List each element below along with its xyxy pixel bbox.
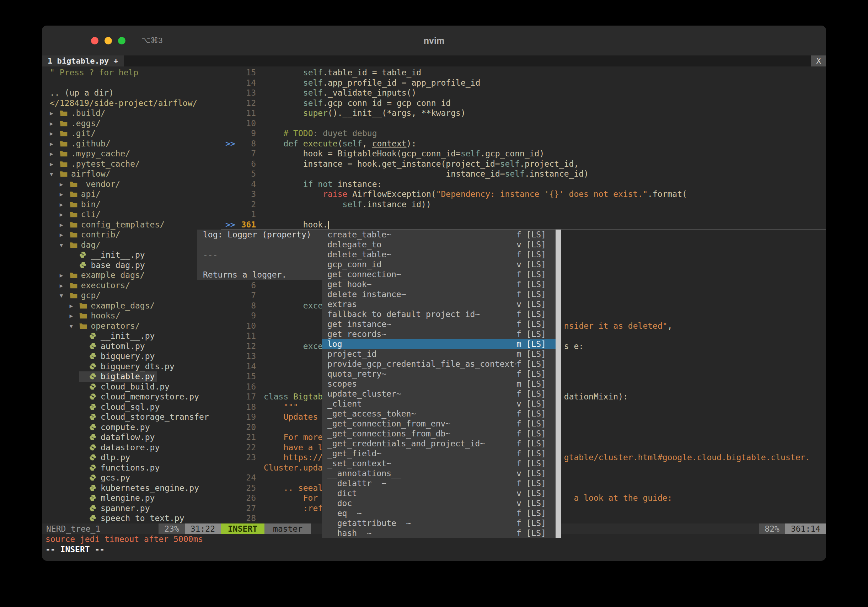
tree-file-speech_to_text.py[interactable]: speech_to_text.py bbox=[42, 513, 221, 523]
tree-dir-.pytest_cache/[interactable]: ▸.pytest_cache/ bbox=[42, 159, 221, 169]
completion-item-_get_connection_from_env~[interactable]: _get_connection_from_env~f [LS] bbox=[322, 419, 561, 429]
tree-dir-.github/[interactable]: ▸.github/ bbox=[42, 139, 221, 149]
completion-item-get_hook~[interactable]: get_hook~f [LS] bbox=[322, 279, 561, 289]
code-line-9[interactable]: 9 # TODO: duyet debug bbox=[221, 128, 826, 139]
tree-file-base_dag.py[interactable]: base_dag.py bbox=[42, 260, 221, 271]
code-line-14[interactable]: 14 self.app_profile_id = app_profile_id bbox=[221, 78, 826, 88]
tree-dir-.git/[interactable]: ▸.git/ bbox=[42, 128, 221, 139]
tab-bigtable[interactable]: 1 bigtable.py + bbox=[42, 56, 124, 67]
minimize-button[interactable] bbox=[104, 37, 112, 45]
tree-file-dataflow.py[interactable]: dataflow.py bbox=[42, 432, 221, 443]
completion-item-get_records~[interactable]: get_records~f [LS] bbox=[322, 329, 561, 339]
completion-item-_get_connections_from_db~[interactable]: _get_connections_from_db~f [LS] bbox=[322, 429, 561, 438]
completion-item-__doc__[interactable]: __doc__v [LS] bbox=[322, 498, 561, 508]
code-line-8[interactable]: >>8 def execute(self, context): bbox=[221, 139, 826, 149]
code-line-2[interactable]: 2 self.instance_id)) bbox=[221, 199, 826, 210]
tree-file-__init__.py[interactable]: __init__.py bbox=[42, 250, 221, 260]
completion-item-_set_context~[interactable]: _set_context~f [LS] bbox=[322, 458, 561, 468]
code-line-6[interactable]: 6 instance = hook.get_instance(project_i… bbox=[221, 159, 826, 169]
tree-file-functions.py[interactable]: functions.py bbox=[42, 463, 221, 473]
tree-file-dlp.py[interactable]: dlp.py bbox=[42, 452, 221, 463]
tree-file-kubernetes_engine.py[interactable]: kubernetes_engine.py bbox=[42, 483, 221, 493]
chevron-right-icon[interactable]: ▸ bbox=[50, 139, 60, 149]
chevron-down-icon[interactable]: ▾ bbox=[60, 240, 70, 250]
code-line-1[interactable]: 1 bbox=[221, 209, 826, 220]
chevron-right-icon[interactable]: ▸ bbox=[50, 118, 60, 129]
tree-file-__init__.py[interactable]: __init__.py bbox=[42, 331, 221, 341]
tree-updir[interactable]: .. (up a dir) bbox=[42, 88, 221, 98]
completion-item-provide_gcp_credential_file_as_context~[interactable]: provide_gcp_credential_file_as_context~f… bbox=[322, 359, 561, 369]
completion-item-fallback_to_default_project_id~[interactable]: fallback_to_default_project_id~f [LS] bbox=[322, 309, 561, 319]
chevron-right-icon[interactable]: ▸ bbox=[50, 159, 60, 169]
completion-item-__dict__[interactable]: __dict__v [LS] bbox=[322, 488, 561, 498]
tree-dir-cli/[interactable]: ▸cli/ bbox=[42, 209, 221, 220]
tree-file-automl.py[interactable]: automl.py bbox=[42, 341, 221, 352]
completion-item-_get_access_token~[interactable]: _get_access_token~f [LS] bbox=[322, 409, 561, 419]
code-line-12[interactable]: 12 self.gcp_conn_id = gcp_conn_id bbox=[221, 98, 826, 108]
tree-dir-_vendor/[interactable]: ▸_vendor/ bbox=[42, 179, 221, 189]
chevron-right-icon[interactable]: ▸ bbox=[60, 229, 70, 240]
code-line-361[interactable]: >>361 hook. bbox=[221, 220, 826, 230]
completion-item-scopes[interactable]: scopesm [LS] bbox=[322, 379, 561, 389]
completion-item-_get_credentials_and_project_id~[interactable]: _get_credentials_and_project_id~f [LS] bbox=[322, 438, 561, 449]
chevron-right-icon[interactable]: ▸ bbox=[60, 270, 70, 280]
completion-item-extras[interactable]: extrasv [LS] bbox=[322, 299, 561, 309]
chevron-right-icon[interactable]: ▸ bbox=[69, 311, 79, 321]
completion-item-create_table~[interactable]: create_table~f [LS] bbox=[322, 229, 561, 240]
tree-file-bigtable.py[interactable]: bigtable.py bbox=[42, 372, 221, 382]
chevron-right-icon[interactable]: ▸ bbox=[69, 300, 79, 311]
completion-item-get_instance~[interactable]: get_instance~f [LS] bbox=[322, 319, 561, 329]
tree-dir-.build/[interactable]: ▸.build/ bbox=[42, 108, 221, 118]
code-line-10[interactable]: 10 bbox=[221, 118, 826, 129]
code-line-13[interactable]: 13 self._validate_inputs() bbox=[221, 88, 826, 98]
completion-item-delete_instance~[interactable]: delete_instance~f [LS] bbox=[322, 289, 561, 299]
tree-file-cloud_storage_transfer[interactable]: cloud_storage_transfer bbox=[42, 412, 221, 422]
tree-file-datastore.py[interactable]: datastore.py bbox=[42, 443, 221, 453]
tree-dir-contrib/[interactable]: ▸contrib/ bbox=[42, 229, 221, 240]
chevron-right-icon[interactable]: ▸ bbox=[60, 179, 70, 189]
tree-dir-.eggs/[interactable]: ▸.eggs/ bbox=[42, 118, 221, 129]
tree-file-bigquery_dts.py[interactable]: bigquery_dts.py bbox=[42, 361, 221, 372]
completion-item-_client[interactable]: _clientv [LS] bbox=[322, 399, 561, 409]
completion-item-log[interactable]: logm [LS] bbox=[322, 339, 561, 349]
completion-item-gcp_conn_id[interactable]: gcp_conn_idv [LS] bbox=[322, 259, 561, 269]
tree-dir-gcp/[interactable]: ▾gcp/ bbox=[42, 290, 221, 300]
chevron-right-icon[interactable]: ▸ bbox=[50, 108, 60, 118]
completion-item-project_id[interactable]: project_idm [LS] bbox=[322, 349, 561, 359]
chevron-right-icon[interactable]: ▸ bbox=[50, 128, 60, 139]
completion-scrollbar[interactable] bbox=[556, 229, 561, 538]
tab-close-button[interactable]: X bbox=[811, 56, 826, 67]
tree-dir-bin/[interactable]: ▸bin/ bbox=[42, 199, 221, 210]
tree-file-cloud_sql.py[interactable]: cloud_sql.py bbox=[42, 402, 221, 412]
tree-dir-dag/[interactable]: ▾dag/ bbox=[42, 240, 221, 250]
code-line-4[interactable]: 4 if not instance: bbox=[221, 179, 826, 189]
tree-dir-hooks/[interactable]: ▸hooks/ bbox=[42, 311, 221, 321]
tree-dir-operators/[interactable]: ▾operators/ bbox=[42, 321, 221, 331]
tree-file-compute.py[interactable]: compute.py bbox=[42, 422, 221, 432]
code-line-15[interactable]: 15 self.table_id = table_id bbox=[221, 68, 826, 78]
tree-dir-example_dags/[interactable]: ▸example_dags/ bbox=[42, 300, 221, 311]
tree-dir-api/[interactable]: ▸api/ bbox=[42, 189, 221, 199]
tree-dir-executors/[interactable]: ▸executors/ bbox=[42, 280, 221, 291]
tree-dir-config_templates/[interactable]: ▸config_templates/ bbox=[42, 220, 221, 230]
chevron-right-icon[interactable]: ▸ bbox=[60, 220, 70, 230]
tree-file-spanner.py[interactable]: spanner.py bbox=[42, 503, 221, 514]
tree-file-tasks.py[interactable]: tasks.py bbox=[42, 523, 221, 524]
zoom-button[interactable] bbox=[118, 37, 126, 45]
chevron-right-icon[interactable]: ▸ bbox=[60, 209, 70, 220]
completion-item-__hash__~[interactable]: __hash__~f [LS] bbox=[322, 528, 561, 538]
nerdtree-pane[interactable]: " Press ? for help .. (up a dir)</128419… bbox=[42, 67, 221, 523]
completion-item-__getattribute__~[interactable]: __getattribute__~f [LS] bbox=[322, 518, 561, 528]
chevron-right-icon[interactable]: ▸ bbox=[60, 280, 70, 291]
tree-dir-airflow/[interactable]: ▾airflow/ bbox=[42, 169, 221, 179]
completion-item-__eq__~[interactable]: __eq__~f [LS] bbox=[322, 508, 561, 518]
completion-item-quota_retry~[interactable]: quota_retry~f [LS] bbox=[322, 369, 561, 379]
code-line-7[interactable]: 7 hook = BigtableHook(gcp_conn_id=self.g… bbox=[221, 149, 826, 159]
tree-dir-example_dags/[interactable]: ▸example_dags/ bbox=[42, 270, 221, 280]
chevron-right-icon[interactable]: ▸ bbox=[60, 199, 70, 210]
code-line-3[interactable]: 3 raise AirflowException("Dependency: in… bbox=[221, 189, 826, 199]
completion-item-__delattr__~[interactable]: __delattr__~f [LS] bbox=[322, 478, 561, 488]
completion-item-delete_table~[interactable]: delete_table~f [LS] bbox=[322, 249, 561, 259]
tree-dir-.mypy_cache/[interactable]: ▸.mypy_cache/ bbox=[42, 149, 221, 159]
completion-item-_get_field~[interactable]: _get_field~f [LS] bbox=[322, 449, 561, 458]
